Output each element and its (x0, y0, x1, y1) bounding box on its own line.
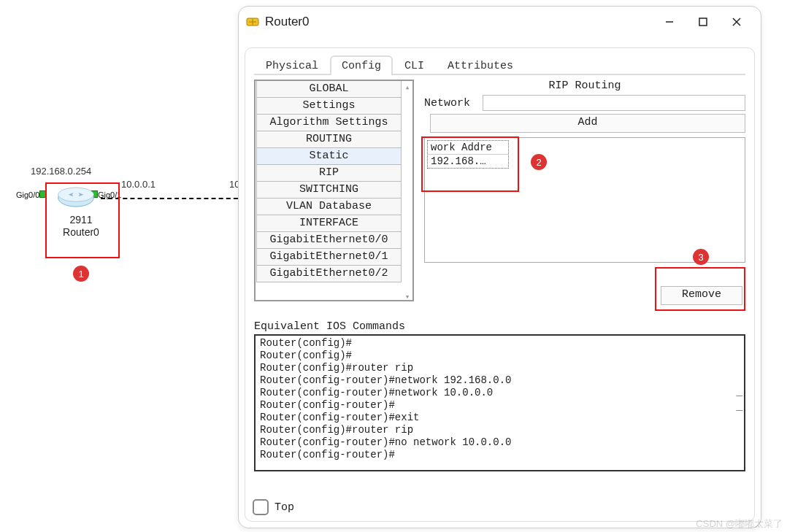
sidebar-item-gig0-1[interactable]: GigabitEthernet0/1 (256, 248, 402, 266)
tab-bar: Physical Config CLI Attributes (254, 55, 745, 75)
remove-button[interactable]: Remove (661, 286, 742, 305)
port-label-left: Gig0/0 (16, 190, 47, 199)
tab-config[interactable]: Config (330, 55, 393, 75)
rip-title: RIP Routing (424, 80, 745, 92)
network-list-row[interactable]: 192.168.… (428, 155, 508, 168)
sidebar-item-vlan-database[interactable]: VLAN Database (256, 198, 402, 215)
ios-line: Router(config-router)#network 192.168.0.… (260, 374, 740, 387)
network-list-header: work Addre (428, 141, 508, 155)
sidebar-item-global[interactable]: GLOBAL (256, 81, 402, 98)
close-button[interactable] (720, 11, 753, 33)
ios-line: Router(config-router)#exit (260, 412, 740, 424)
watermark: CSDN @嘟嘟太菜了 (696, 517, 783, 531)
top-checkbox-label: Top (275, 501, 294, 514)
minimize-button[interactable] (653, 11, 686, 33)
top-checkbox[interactable] (253, 499, 269, 515)
sidebar-item-switching[interactable]: SWITCHING (256, 181, 402, 198)
sidebar-item-static[interactable]: Static (256, 147, 402, 165)
sidebar-item-gig0-2[interactable]: GigabitEthernet0/2 (256, 265, 402, 282)
tab-physical[interactable]: Physical (254, 55, 330, 75)
sidebar-item-settings[interactable]: Settings (256, 97, 402, 115)
annotation-badge-2: 2 (531, 154, 547, 170)
ios-commands-box[interactable]: Router(config)# Router(config)# Router(c… (254, 334, 745, 471)
sidebar-item-gig0-0[interactable]: GigabitEthernet0/0 (256, 231, 402, 249)
window-title: Router0 (265, 15, 653, 29)
ios-line: Router(config-router)#network 10.0.0.0 (260, 387, 740, 399)
ios-commands-label: Equivalent IOS Commands (254, 320, 745, 333)
tab-attributes[interactable]: Attributes (436, 55, 525, 75)
network-input[interactable] (483, 95, 745, 111)
add-button[interactable]: Add (430, 114, 745, 133)
router-caption: 2911 Router0 (45, 214, 117, 239)
sidebar-item-interface[interactable]: INTERFACE (256, 215, 402, 232)
config-panel: Physical Config CLI Attributes GLOBAL Se… (245, 47, 755, 522)
ios-line: Router(config)# (260, 337, 740, 350)
rip-routing-pane: RIP Routing Network Add work Addre 192.1… (424, 80, 745, 263)
router-icon[interactable] (57, 187, 95, 209)
ip-label-right: 10.0.0.1 (121, 179, 156, 190)
ios-scroll-indicator[interactable]: —— (737, 390, 742, 417)
config-sidebar: GLOBAL Settings Algorithm Settings ROUTI… (254, 80, 414, 301)
ios-line: Router(config)# (260, 350, 740, 362)
sidebar-scrollbar[interactable]: ▴▾ (402, 81, 412, 303)
ios-line: Router(config-router)#no network 10.0.0.… (260, 436, 740, 449)
ios-line: Router(config)#router rip (260, 424, 740, 436)
sidebar-item-rip[interactable]: RIP (256, 164, 402, 182)
annotation-badge-1: 1 (73, 266, 89, 282)
network-list-table[interactable]: work Addre 192.168.… (427, 140, 509, 169)
svg-rect-4 (699, 18, 707, 26)
app-icon (246, 15, 259, 28)
ip-label-left: 192.168.0.254 (31, 166, 91, 177)
ios-line: Router(config-router)# (260, 449, 740, 461)
network-list[interactable]: work Addre 192.168.… (424, 137, 745, 263)
device-config-window: Router0 Physical Config CLI Attributes G… (238, 6, 761, 528)
maximize-button[interactable] (686, 11, 720, 33)
ios-line: Router(config-router)# (260, 399, 740, 412)
titlebar[interactable]: Router0 (239, 7, 761, 37)
svg-point-1 (58, 188, 94, 201)
annotation-badge-3: 3 (693, 249, 709, 265)
tab-cli[interactable]: CLI (393, 55, 436, 75)
sidebar-item-algorithm-settings[interactable]: Algorithm Settings (256, 114, 402, 131)
network-label: Network (424, 97, 475, 109)
ios-line: Router(config)#router rip (260, 362, 740, 374)
sidebar-item-routing[interactable]: ROUTING (256, 131, 402, 148)
